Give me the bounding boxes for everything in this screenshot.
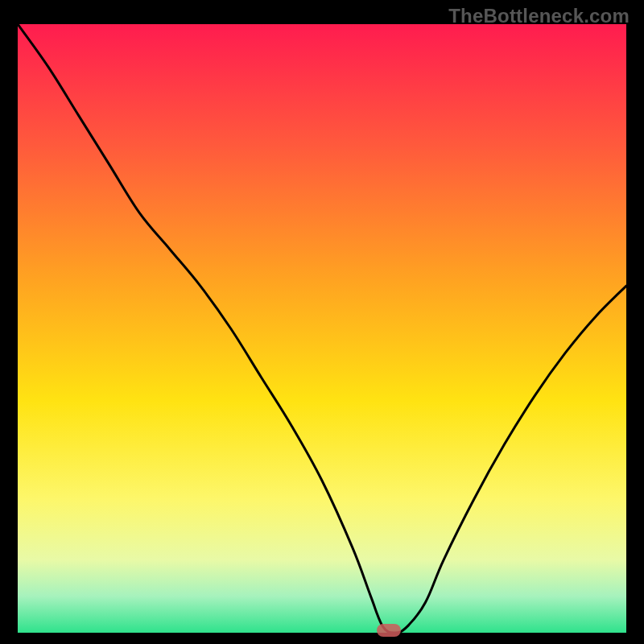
chart-background-gradient <box>18 24 626 633</box>
chart-frame: TheBottleneck.com <box>0 0 644 644</box>
bottleneck-chart <box>18 24 626 633</box>
optimal-point-marker <box>377 624 401 637</box>
watermark-text: TheBottleneck.com <box>448 5 630 27</box>
